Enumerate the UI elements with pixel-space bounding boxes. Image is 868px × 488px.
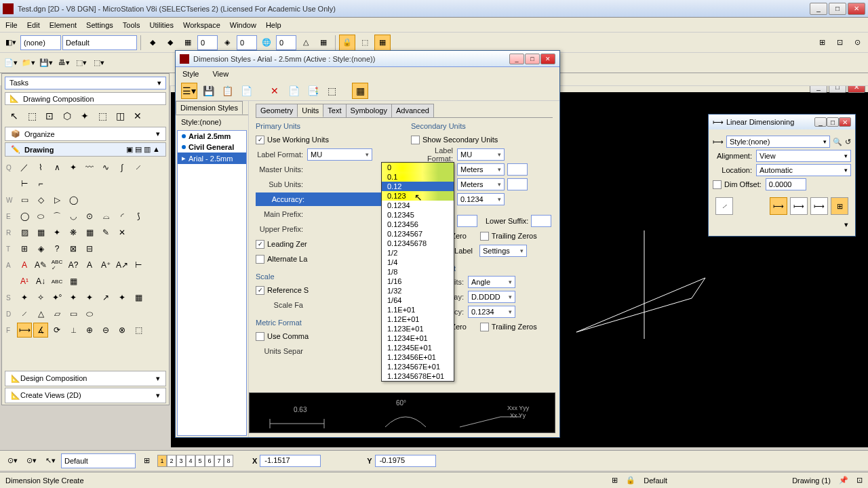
tool-icon[interactable]: ◆ [144,35,161,51]
dim-offset-input[interactable]: 0.0000 [766,178,806,190]
tool-icon[interactable]: ◆ [162,35,178,51]
combo[interactable]: 0 [237,35,257,50]
tasks-combo[interactable]: Tasks▾ [5,77,166,89]
tab-advanced[interactable]: Advanced [391,104,434,117]
dialog-close-button[interactable]: ✕ [540,54,555,64]
tool-icon[interactable]: ⌐ [33,176,48,191]
tab-geometry[interactable]: Geometry [256,104,298,117]
nav-back-icon[interactable]: ⊙▾ [4,453,20,469]
sec-trailing-zeros-checkbox[interactable] [480,232,489,241]
drawing-section[interactable]: ✏️Drawing▣ ▤ ▥ ▲ [5,142,166,157]
accuracy-option[interactable]: 1.1E+01 [382,305,454,314]
tool-icon[interactable]: ◇ [33,192,48,207]
accuracy-option[interactable]: 1.123456E+01 [382,352,454,362]
tool-icon[interactable]: ⬭ [33,209,48,224]
tool-icon[interactable]: ⊢ [131,258,146,272]
tool-icon[interactable]: ⬚ [94,108,111,124]
snap-combo[interactable]: Default [61,453,136,468]
tool-icon[interactable]: ⊕ [82,323,97,338]
settings-select[interactable]: Settings [479,245,527,257]
mode-icon[interactable]: ⟋ [715,197,733,215]
angle-accuracy-select[interactable]: 0.1234 [468,306,515,318]
tool-icon[interactable]: ▦ [33,225,48,240]
accuracy-option-hover[interactable]: 0.12 [382,182,454,191]
new-icon[interactable]: 📄▾ [3,55,19,71]
view-tab-2[interactable]: 2 [167,455,176,467]
tool-icon[interactable]: ⊟ [82,241,97,256]
level-combo[interactable]: (none) [20,35,61,50]
tool-icon[interactable]: ✦ [17,290,32,305]
tool-icon[interactable]: 📄 [285,83,302,99]
tool-icon[interactable]: A¹ [17,274,32,289]
view-tab-5[interactable]: 5 [195,455,205,467]
design-composition-section[interactable]: 📐 Design Composition▾ [5,371,166,386]
ellipse-icon[interactable]: ◯ [17,209,32,224]
accuracy-option[interactable]: 0 [382,163,454,172]
tool-icon[interactable]: ∿ [98,160,113,175]
use-comma-checkbox[interactable] [256,332,264,341]
view-tab-7[interactable]: 7 [214,455,224,467]
tool-icon[interactable]: 📑 [304,83,321,99]
accuracy-option[interactable]: 1.12E+01 [382,314,454,324]
accuracy-option[interactable]: 0.1234567 [382,229,454,239]
panel-titlebar[interactable]: ⟼ Linear Dimensioning _ □ ✕ [709,115,855,129]
tab-dimension-styles[interactable]: Dimension Styles [176,101,243,115]
nav-fwd-icon[interactable]: ⊙▾ [23,453,39,469]
angle-display-select[interactable]: D.DDDD [468,291,515,303]
minimize-button[interactable]: _ [810,3,827,15]
lower-prefix-input[interactable] [457,215,477,227]
delete-icon[interactable]: ✕ [267,83,283,99]
accuracy-option[interactable]: 1.123E+01 [382,324,454,333]
tab-units[interactable]: Units [297,104,323,117]
suffix-input[interactable] [507,163,528,176]
tool-icon[interactable]: ⊡ [831,35,848,51]
reference-scale-checkbox[interactable]: ✓ [256,286,264,295]
style-item[interactable]: Civil General [178,142,246,152]
tool-icon[interactable]: ⊞ [17,241,32,256]
accuracy-option[interactable]: 1.12345678E+01 [382,371,454,381]
tool-icon[interactable]: ⟂ [66,323,81,338]
paste-icon[interactable]: 📄 [238,83,254,99]
list-view-icon[interactable]: ☰▾ [181,83,197,99]
menu-settings[interactable]: Settings [86,21,113,29]
tool-icon[interactable]: 〰 [82,160,97,175]
tool-icon[interactable]: ⬡ [59,108,75,124]
tool-icon[interactable]: ◡ [66,209,81,224]
tool-icon[interactable]: ⬚ [357,35,373,51]
tool-icon[interactable]: A [82,258,97,272]
reset-icon[interactable]: ↺ [845,138,851,146]
tool-icon[interactable]: ⌓ [98,209,113,224]
tool-icon[interactable]: ▷ [50,192,64,207]
suffix-input[interactable] [507,178,528,190]
lower-suffix-input[interactable] [531,215,551,227]
tool-icon[interactable]: ◫ [112,108,128,124]
tool-icon[interactable]: △ [33,306,48,321]
preview-icon[interactable]: ▦ [352,83,368,99]
tool-icon[interactable]: ⊗ [115,323,130,338]
close-button[interactable]: ✕ [848,3,865,15]
tool-icon[interactable]: ▦ [66,274,81,289]
view-tab-3[interactable]: 3 [176,455,186,467]
view-tab-1[interactable]: 1 [157,455,167,467]
fence-icon[interactable]: ⬚ [24,108,40,124]
menu-tools[interactable]: Tools [123,21,140,29]
menu-edit[interactable]: Edit [27,21,40,29]
angle-trailing-zeros-checkbox[interactable] [480,323,489,331]
accuracy-option[interactable]: 1.12345E+01 [382,343,454,352]
menu-element[interactable]: Element [50,21,77,29]
tool-icon[interactable]: ◈ [219,35,235,51]
tool-icon[interactable]: ▱ [50,306,64,321]
tool-icon[interactable]: ∫ [115,160,130,175]
tool-icon[interactable]: ✧ [33,290,48,305]
tool-icon[interactable]: ▭ [66,306,81,321]
open-icon[interactable]: 📁▾ [20,55,37,71]
view-tab-6[interactable]: 6 [205,455,214,467]
alignment-select[interactable]: View [756,150,851,162]
copy-icon[interactable]: 📋 [219,83,235,99]
tool-icon[interactable]: ABC✓ [50,258,64,272]
tool-icon[interactable]: ⟳ [50,323,64,338]
chevron-down-icon[interactable]: ▾ [844,220,848,228]
hatch-icon[interactable]: ▨ [17,225,32,240]
tool-icon[interactable]: ⊠ [66,241,81,256]
sec-sub-units-select[interactable]: Meters [457,178,505,190]
